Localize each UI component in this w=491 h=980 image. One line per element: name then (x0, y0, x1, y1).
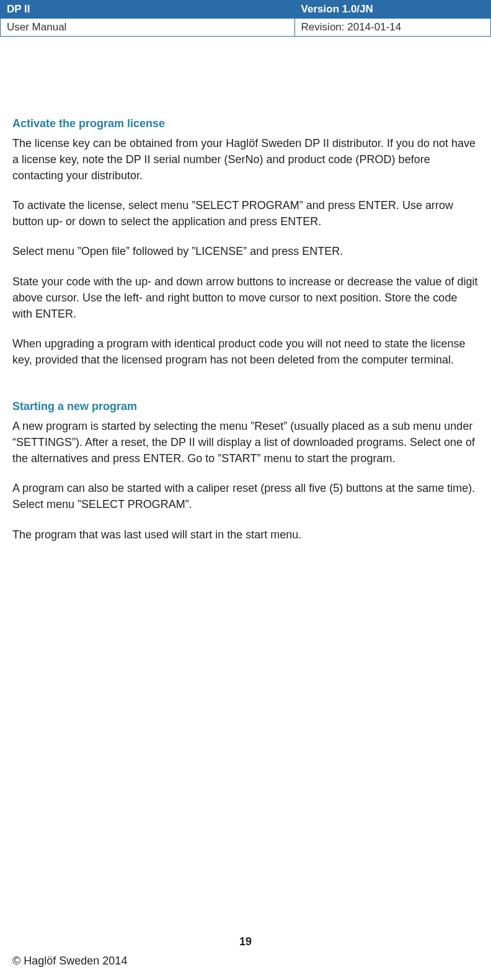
header-revision: Revision: 2014-01-14 (294, 19, 490, 37)
header-title: DP II (1, 1, 295, 19)
header-doc-type: User Manual (1, 19, 295, 37)
body-paragraph: State your code with the up- and down ar… (12, 274, 479, 322)
section-heading: Activate the program license (12, 117, 479, 130)
section-heading: Starting a new program (12, 400, 479, 413)
document-footer: 19 © Haglöf Sweden 2014 (0, 935, 491, 968)
document-body: Activate the program license The license… (0, 37, 491, 543)
body-paragraph: To activate the license, select menu ”SE… (12, 197, 479, 229)
page-number: 19 (12, 935, 479, 948)
body-paragraph: A new program is started by selecting th… (12, 418, 479, 466)
body-paragraph: Select menu ”Open file” followed by ”LIC… (12, 243, 479, 259)
document-header: DP II Version 1.0/JN User Manual Revisio… (0, 0, 491, 37)
body-paragraph: The program that was last used will star… (12, 527, 479, 543)
body-paragraph: A program can also be started with a cal… (12, 480, 479, 512)
header-version: Version 1.0/JN (294, 1, 490, 19)
section-starting-program: Starting a new program A new program is … (12, 400, 479, 543)
copyright-text: © Haglöf Sweden 2014 (12, 955, 479, 968)
section-activate-license: Activate the program license The license… (12, 117, 479, 368)
body-paragraph: When upgrading a program with identical … (12, 336, 479, 368)
body-paragraph: The license key can be obtained from you… (12, 135, 479, 184)
